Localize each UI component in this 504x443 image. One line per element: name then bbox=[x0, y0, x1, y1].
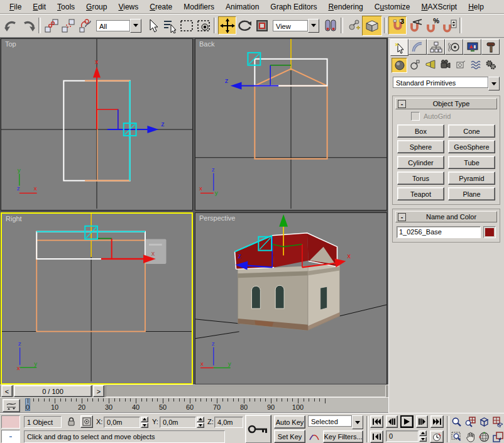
select-and-move-icon[interactable] bbox=[218, 16, 236, 35]
object-type-pyramid[interactable]: Pyramid bbox=[448, 172, 495, 185]
window-crossing-toggle-icon[interactable] bbox=[195, 17, 212, 34]
move-gizmo[interactable]: x z bbox=[93, 58, 165, 136]
category-lights-icon[interactable] bbox=[423, 58, 437, 72]
zoom-region-icon[interactable] bbox=[450, 430, 463, 443]
name-color-rollout-header[interactable]: - Name and Color bbox=[395, 211, 497, 222]
undo-icon[interactable] bbox=[3, 17, 19, 34]
time-slider-handle[interactable]: 0 / 100 bbox=[14, 385, 92, 397]
object-type-sphere[interactable]: Sphere bbox=[397, 140, 444, 153]
menu-item-tools[interactable]: Tools bbox=[52, 1, 80, 13]
menu-item-help[interactable]: Help bbox=[463, 1, 490, 13]
tab-create-icon[interactable] bbox=[390, 39, 408, 56]
menu-item-views[interactable]: Views bbox=[112, 1, 144, 13]
x-coordinate-field[interactable]: 0,0m bbox=[104, 417, 140, 428]
previous-frame-button[interactable] bbox=[386, 415, 398, 428]
next-frame-button[interactable] bbox=[416, 415, 428, 428]
zoom-extents-all-icon[interactable] bbox=[491, 415, 504, 429]
primitive-category-arrow-icon[interactable] bbox=[488, 77, 500, 90]
menu-item-group[interactable]: Group bbox=[80, 1, 112, 13]
menu-item-customize[interactable]: Customize bbox=[369, 1, 416, 13]
zoom-extents-icon[interactable] bbox=[478, 415, 491, 429]
object-type-plane[interactable]: Plane bbox=[448, 187, 495, 200]
object-name-input[interactable]: 1_0256_Base bbox=[397, 226, 481, 238]
object-type-box[interactable]: Box bbox=[397, 124, 444, 138]
keyboard-shortcut-override-toggle-icon[interactable] bbox=[362, 16, 382, 36]
menu-item-edit[interactable]: Edit bbox=[27, 1, 52, 13]
key-filter-dropdown[interactable]: Selected bbox=[308, 415, 363, 428]
select-and-rotate-icon[interactable] bbox=[236, 17, 253, 34]
tab-modify-icon[interactable] bbox=[408, 39, 427, 55]
snaps-toggle-icon[interactable]: 3 bbox=[388, 16, 407, 35]
tab-display-icon[interactable] bbox=[463, 39, 481, 55]
category-cameras-icon[interactable] bbox=[438, 58, 452, 72]
primitive-category-dropdown[interactable]: Standard Primitives bbox=[393, 77, 500, 90]
absolute-mode-transform-toggle-icon[interactable] bbox=[80, 415, 93, 428]
min-max-toggle-icon[interactable] bbox=[491, 430, 504, 443]
selection-lock-toggle-icon[interactable] bbox=[65, 416, 77, 428]
autogrid-checkbox[interactable] bbox=[411, 112, 420, 121]
open-mini-curve-editor-icon[interactable] bbox=[3, 399, 20, 412]
object-type-cone[interactable]: Cone bbox=[448, 124, 495, 138]
selection-filter-dropdown[interactable]: All bbox=[96, 19, 141, 32]
select-and-manipulate-icon[interactable] bbox=[345, 17, 362, 34]
unlink-selection-icon[interactable] bbox=[60, 17, 77, 34]
select-by-name-icon[interactable] bbox=[161, 17, 178, 34]
object-type-rollout-header[interactable]: - Object Type bbox=[395, 98, 497, 109]
percent-snap-toggle-icon[interactable]: % bbox=[424, 17, 441, 34]
key-mode-toggle-icon[interactable] bbox=[370, 430, 383, 443]
menu-item-rendering[interactable]: Rendering bbox=[322, 1, 368, 13]
redo-icon[interactable] bbox=[19, 17, 36, 34]
category-shapes-icon[interactable] bbox=[408, 58, 422, 72]
rectangular-selection-region-icon[interactable] bbox=[178, 17, 195, 34]
go-to-end-button[interactable] bbox=[430, 415, 444, 428]
z-coordinate-field[interactable]: 4,0m bbox=[214, 417, 243, 428]
default-in-out-tangents-icon[interactable] bbox=[308, 430, 320, 443]
x-spinner[interactable] bbox=[141, 417, 148, 428]
menu-item-animation[interactable]: Animation bbox=[220, 1, 265, 13]
category-systems-icon[interactable] bbox=[483, 58, 498, 72]
menu-item-graph-editors[interactable]: Graph Editors bbox=[265, 1, 322, 13]
maxscript-mini-listener-pink[interactable] bbox=[1, 415, 20, 429]
zoom-all-icon[interactable] bbox=[464, 415, 477, 429]
arc-rotate-icon[interactable] bbox=[478, 430, 491, 443]
time-slider-track[interactable] bbox=[106, 385, 386, 397]
object-type-cylinder[interactable]: Cylinder bbox=[397, 156, 444, 169]
viewport-top[interactable]: Top bbox=[1, 38, 193, 211]
y-spinner[interactable] bbox=[197, 417, 204, 428]
category-helpers-icon[interactable] bbox=[453, 58, 468, 72]
menu-item-file[interactable]: File bbox=[4, 1, 27, 13]
y-coordinate-field[interactable]: 0,0m bbox=[160, 417, 196, 428]
auto-key-button[interactable]: Auto Key bbox=[274, 415, 305, 429]
angle-snap-toggle-icon[interactable] bbox=[407, 17, 424, 34]
coord-system-arrow-icon[interactable] bbox=[308, 19, 319, 33]
tab-utilities-icon[interactable] bbox=[481, 39, 500, 55]
pan-hand-icon[interactable] bbox=[464, 430, 477, 443]
collapse-icon[interactable]: - bbox=[398, 100, 406, 108]
set-key-button[interactable]: Set Key bbox=[274, 430, 305, 443]
frame-spinner[interactable] bbox=[419, 430, 427, 442]
use-pivot-point-center-icon[interactable] bbox=[322, 17, 339, 34]
select-and-uniform-scale-icon[interactable] bbox=[253, 17, 270, 34]
set-keys-button[interactable] bbox=[245, 415, 271, 443]
maxscript-mini-listener-white[interactable] bbox=[1, 430, 20, 443]
current-frame-field[interactable]: 0 bbox=[386, 430, 419, 442]
time-slider-next-button[interactable]: > bbox=[93, 385, 104, 397]
category-space-warps-icon[interactable] bbox=[468, 58, 483, 72]
play-animation-button[interactable] bbox=[400, 415, 414, 428]
bind-to-space-warp-icon[interactable] bbox=[77, 17, 94, 34]
object-type-teapot[interactable]: Teapot bbox=[397, 187, 444, 200]
tab-motion-icon[interactable] bbox=[445, 39, 463, 55]
menu-item-modifiers[interactable]: Modifiers bbox=[178, 1, 220, 13]
object-type-torus[interactable]: Torus bbox=[397, 172, 444, 185]
category-geometry-icon[interactable] bbox=[392, 58, 407, 73]
time-slider-prev-button[interactable]: < bbox=[1, 385, 13, 397]
go-to-start-button[interactable] bbox=[370, 415, 383, 428]
object-type-geosphere[interactable]: GeoSphere bbox=[448, 140, 495, 153]
selection-filter-arrow-icon[interactable] bbox=[130, 19, 141, 33]
select-and-link-icon[interactable] bbox=[43, 17, 60, 34]
tab-hierarchy-icon[interactable] bbox=[427, 39, 445, 55]
viewport-right[interactable]: Right bbox=[1, 212, 193, 385]
viewport-perspective[interactable]: Perspective bbox=[195, 212, 387, 385]
collapse-icon[interactable]: - bbox=[398, 213, 406, 221]
reference-coordinate-system-dropdown[interactable]: View bbox=[273, 19, 319, 32]
